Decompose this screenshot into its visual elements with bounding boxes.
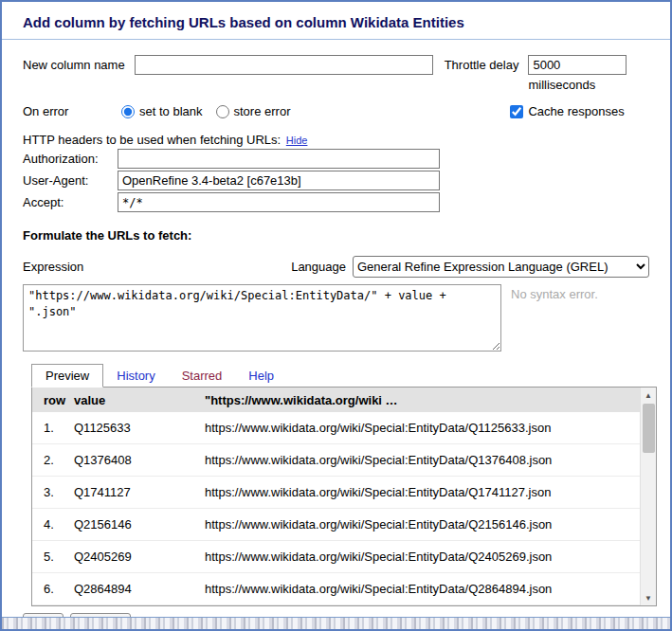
dialog-title: Add column by fetching URLs based on col… — [23, 14, 464, 30]
store-error-label: store error — [234, 104, 291, 118]
scroll-down-icon[interactable]: ▼ — [641, 590, 656, 605]
row-index: 5. — [32, 541, 68, 573]
row-result: https://www.wikidata.org/wiki/Special:En… — [199, 541, 640, 573]
table-row: 4. Q2156146 https://www.wikidata.org/wik… — [32, 509, 640, 541]
authorization-input[interactable] — [118, 149, 440, 169]
row-value: Q2405269 — [68, 541, 199, 573]
language-group: Language General Refine Expression Langu… — [291, 256, 649, 278]
row-index: 2. — [32, 444, 68, 477]
column-header-expression: "https://www.wikidata.org/wiki … — [199, 388, 640, 412]
http-headers-title: HTTP headers to be used when fetching UR… — [23, 133, 649, 147]
row-result: https://www.wikidata.org/wiki/Special:En… — [199, 412, 640, 444]
throttle-delay-input[interactable] — [528, 55, 627, 75]
throttle-delay-label: Throttle delay — [445, 55, 519, 72]
preview-tabs-section: Preview History Starred Help row value "… — [31, 364, 657, 606]
header-row-authorization: Authorization: — [23, 149, 649, 169]
authorization-label: Authorization: — [23, 152, 118, 166]
row-value: Q1376408 — [68, 444, 199, 477]
cache-responses-option[interactable]: Cache responses — [510, 104, 624, 118]
add-column-dialog: Add column by fetching URLs based on col… — [2, 2, 670, 617]
throttle-delay-unit: milliseconds — [528, 78, 627, 92]
header-row-accept: Accept: — [23, 192, 649, 212]
on-error-row: On error set to blank store error Cache … — [23, 104, 649, 118]
row-result: https://www.wikidata.org/wiki/Special:En… — [199, 509, 640, 541]
tab-bar: Preview History Starred Help — [31, 364, 657, 388]
dialog-body: New column name Throttle delay milliseco… — [2, 40, 670, 606]
row-value: Q2901301 — [68, 605, 199, 606]
tab-preview-label: Preview — [45, 369, 89, 383]
table-row: 7. Q2901301 https://www.wikidata.org/wik… — [32, 605, 640, 606]
row-value: Q1125633 — [68, 412, 199, 444]
row-index: 6. — [32, 573, 68, 605]
dialog-footer: OK Cancel — [2, 606, 670, 617]
accept-label: Accept: — [23, 195, 118, 209]
user-agent-input[interactable] — [118, 171, 440, 190]
expression-area: "https://www.wikidata.org/wiki/Special:E… — [23, 284, 649, 352]
row-result: https://www.wikidata.org/wiki/Special:En… — [199, 605, 640, 606]
tab-starred[interactable]: Starred — [169, 365, 236, 387]
preview-table: row value "https://www.wikidata.org/wiki… — [32, 388, 640, 605]
row-index: 1. — [32, 412, 68, 444]
table-row: 2. Q1376408 https://www.wikidata.org/wik… — [32, 444, 640, 477]
tab-help[interactable]: Help — [235, 365, 287, 387]
new-column-name-input[interactable] — [135, 55, 433, 75]
vertical-scrollbar[interactable]: ▲ ▼ — [640, 388, 656, 605]
expression-textarea[interactable]: "https://www.wikidata.org/wiki/Special:E… — [23, 284, 501, 352]
row-result: https://www.wikidata.org/wiki/Special:En… — [199, 444, 640, 477]
name-throttle-row: New column name Throttle delay milliseco… — [23, 55, 649, 92]
formulate-urls-label: Formulate the URLs to fetch: — [23, 228, 649, 243]
row-value: Q2864894 — [68, 573, 199, 605]
tab-history[interactable]: History — [103, 365, 168, 387]
table-row: 1. Q1125633 https://www.wikidata.org/wik… — [32, 412, 640, 444]
tab-help-label: Help — [248, 369, 274, 383]
row-value: Q2156146 — [68, 509, 199, 541]
on-error-store-error-option[interactable]: store error — [216, 104, 291, 118]
tab-starred-label: Starred — [182, 369, 223, 383]
tab-history-label: History — [117, 369, 154, 383]
scroll-up-icon[interactable]: ▲ — [641, 388, 656, 403]
user-agent-label: User-Agent: — [23, 173, 118, 188]
on-error-label: On error — [23, 104, 121, 118]
hide-link[interactable]: Hide — [286, 135, 308, 146]
http-headers-label: HTTP headers to be used when fetching UR… — [23, 133, 281, 147]
expression-language-row: Expression Language General Refine Expre… — [23, 256, 649, 278]
tab-preview[interactable]: Preview — [31, 364, 103, 388]
cache-responses-checkbox[interactable] — [510, 105, 523, 118]
set-to-blank-label: set to blank — [139, 104, 203, 118]
column-header-value: value — [68, 388, 199, 412]
scrollbar-thumb[interactable] — [643, 404, 655, 453]
row-index: 3. — [32, 477, 68, 509]
table-row: 6. Q2864894 https://www.wikidata.org/wik… — [32, 573, 640, 605]
preview-panel: row value "https://www.wikidata.org/wiki… — [31, 388, 657, 606]
store-error-radio[interactable] — [216, 105, 229, 118]
on-error-set-to-blank-option[interactable]: set to blank — [121, 104, 203, 118]
column-header-row: row — [32, 388, 68, 412]
throttle-delay-group: milliseconds — [528, 55, 627, 92]
cache-responses-label: Cache responses — [528, 104, 624, 118]
set-to-blank-radio[interactable] — [121, 105, 135, 118]
language-label: Language — [291, 260, 346, 274]
row-value: Q1741127 — [68, 477, 199, 509]
table-header-row: row value "https://www.wikidata.org/wiki… — [32, 388, 640, 412]
dialog-frame: Add column by fetching URLs based on col… — [0, 0, 672, 631]
table-row: 5. Q2405269 https://www.wikidata.org/wik… — [32, 541, 640, 573]
dialog-header: Add column by fetching URLs based on col… — [2, 2, 670, 40]
background-page-strip — [2, 617, 670, 629]
preview-table-viewport: row value "https://www.wikidata.org/wiki… — [32, 388, 640, 605]
row-result: https://www.wikidata.org/wiki/Special:En… — [199, 477, 640, 509]
syntax-status: No syntax error. — [511, 284, 598, 301]
table-row: 3. Q1741127 https://www.wikidata.org/wik… — [32, 477, 640, 509]
header-row-user-agent: User-Agent: — [23, 171, 649, 190]
expression-label: Expression — [23, 260, 83, 274]
new-column-name-label: New column name — [23, 55, 125, 72]
row-result: https://www.wikidata.org/wiki/Special:En… — [199, 573, 640, 605]
language-select[interactable]: General Refine Expression Language (GREL… — [353, 256, 649, 278]
row-index: 4. — [32, 509, 68, 541]
row-index: 7. — [32, 605, 68, 606]
accept-input[interactable] — [118, 192, 440, 212]
